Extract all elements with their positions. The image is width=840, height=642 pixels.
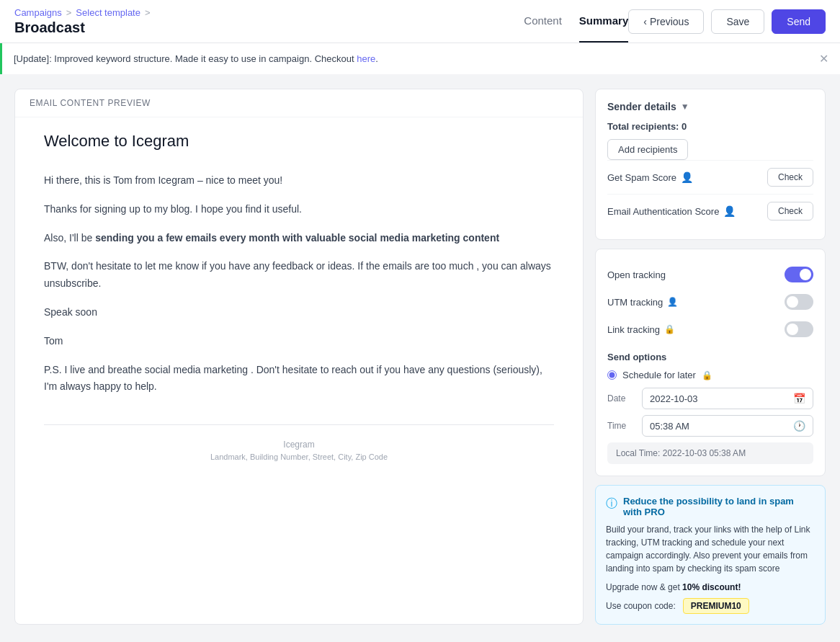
- email-footer-company: Icegram: [44, 440, 554, 450]
- email-preview-scroll[interactable]: Welcome to Icegram Hi there, this is Tom…: [15, 117, 583, 624]
- notification-close-button[interactable]: ✕: [819, 52, 828, 66]
- save-button[interactable]: Save: [711, 9, 764, 34]
- total-recipients-label: Total recipients:: [607, 121, 679, 132]
- coupon-label: Use coupon code:: [606, 601, 676, 611]
- header-actions: ‹ Previous Save Send: [628, 9, 826, 34]
- sender-details-label: Sender details: [607, 101, 676, 112]
- local-time-row: Local Time: 2022-10-03 05:38 AM: [607, 442, 813, 464]
- utm-tracking-row: UTM tracking 👤: [607, 288, 813, 316]
- pro-upsell-section: ⓘ Reduce the possibility to land in spam…: [595, 485, 826, 625]
- pro-upsell-body: Build your brand, track your links with …: [606, 523, 815, 575]
- header-tabs: Content Summary: [524, 0, 628, 43]
- date-value: 2022-10-03: [650, 393, 698, 404]
- time-input[interactable]: 05:38 AM 🕐: [642, 415, 813, 437]
- notification-prefix: [Update]: Improved keyword structure. Ma…: [14, 53, 354, 64]
- auth-score-label: Email Authentication Score 👤: [607, 205, 736, 217]
- schedule-radio[interactable]: [607, 370, 617, 380]
- date-row: Date 2022-10-03 📅: [607, 388, 813, 409]
- info-icon: ⓘ: [606, 496, 617, 512]
- time-row: Time 05:38 AM 🕐: [607, 415, 813, 437]
- breadcrumb-sep1: >: [66, 7, 72, 18]
- sender-details-section: Sender details ▼ Total recipients: 0 Add…: [595, 89, 826, 240]
- main-content: Email Content Preview Welcome to Icegram…: [0, 74, 840, 639]
- auth-score-icon: 👤: [723, 205, 736, 217]
- spam-score-label: Get Spam Score 👤: [607, 171, 693, 183]
- pro-upsell-header: ⓘ Reduce the possibility to land in spam…: [606, 496, 815, 517]
- email-para-7: P.S. I live and breathe social media mar…: [44, 362, 554, 396]
- previous-label: Previous: [650, 16, 689, 27]
- spam-score-icon: 👤: [681, 171, 693, 183]
- upgrade-text: Upgrade now & get: [606, 582, 680, 592]
- spam-score-check-button[interactable]: Check: [767, 168, 813, 187]
- link-lock-icon: 🔒: [664, 324, 675, 334]
- email-para-1: Hi there, this is Tom from Icegram – nic…: [44, 172, 554, 190]
- utm-tracking-toggle[interactable]: [785, 294, 813, 310]
- notification-link[interactable]: here: [357, 53, 375, 64]
- sidebar-panel: Sender details ▼ Total recipients: 0 Add…: [595, 89, 826, 625]
- tracking-section: Open tracking UTM tracking 👤: [595, 249, 826, 476]
- spam-score-row: Get Spam Score 👤 Check: [607, 160, 813, 194]
- email-para-3: Also, I'll be sending you a few emails e…: [44, 230, 554, 247]
- add-recipients-button[interactable]: Add recipients: [607, 139, 688, 160]
- time-label: Time: [607, 421, 636, 431]
- local-time-label: Local Time:: [616, 448, 660, 458]
- breadcrumb: Campaigns > Select template >: [14, 7, 524, 18]
- previous-button[interactable]: ‹ Previous: [628, 9, 704, 34]
- email-para-4: BTW, don't hesitate to let me know if yo…: [44, 258, 554, 293]
- email-footer-address: Landmark, Building Number, Street, City,…: [44, 452, 554, 461]
- breadcrumb-sep2: >: [145, 7, 151, 18]
- notification-text: [Update]: Improved keyword structure. Ma…: [14, 53, 378, 64]
- utm-lock-icon: 👤: [667, 297, 678, 307]
- send-options-label: Send options: [607, 352, 813, 362]
- send-button[interactable]: Send: [772, 9, 826, 34]
- header: Campaigns > Select template > Broadcast …: [0, 0, 840, 43]
- auth-score-check-button[interactable]: Check: [767, 202, 813, 220]
- open-tracking-text: Open tracking: [607, 269, 666, 280]
- link-tracking-toggle[interactable]: [785, 321, 813, 337]
- chevron-down-icon: ▼: [681, 102, 689, 112]
- pro-upsell-upgrade: Upgrade now & get 10% discount!: [606, 582, 815, 592]
- sender-details-header[interactable]: Sender details ▼: [607, 101, 813, 112]
- email-preview-label: Email Content Preview: [15, 89, 583, 117]
- date-input[interactable]: 2022-10-03 📅: [642, 388, 813, 409]
- clock-icon: 🕐: [793, 420, 805, 432]
- email-content: Welcome to Icegram Hi there, this is Tom…: [15, 117, 583, 490]
- coupon-row: Use coupon code: PREMIUM10: [606, 598, 815, 614]
- time-value: 05:38 AM: [650, 421, 689, 432]
- page-title: Broadcast: [14, 19, 524, 36]
- tab-content[interactable]: Content: [524, 0, 562, 43]
- schedule-option[interactable]: Schedule for later 🔒: [607, 370, 813, 380]
- chevron-left-icon: ‹: [643, 16, 647, 27]
- auth-score-row: Email Authentication Score 👤 Check: [607, 194, 813, 228]
- spam-score-text: Get Spam Score: [607, 172, 676, 183]
- tab-summary[interactable]: Summary: [579, 0, 628, 43]
- email-para-6: Tom: [44, 333, 554, 350]
- calendar-icon: 📅: [793, 393, 805, 404]
- breadcrumb-campaigns[interactable]: Campaigns: [14, 7, 62, 18]
- header-left: Campaigns > Select template > Broadcast: [14, 7, 524, 36]
- email-footer: Icegram Landmark, Building Number, Stree…: [44, 424, 554, 461]
- open-tracking-label: Open tracking: [607, 269, 666, 280]
- send-options: Send options Schedule for later 🔒 Date 2…: [607, 352, 813, 464]
- schedule-label: Schedule for later: [622, 370, 696, 380]
- local-time-value: 2022-10-03 05:38 AM: [663, 448, 746, 458]
- link-tracking-label: Link tracking 🔒: [607, 324, 675, 335]
- utm-tracking-text: UTM tracking: [607, 297, 663, 308]
- auth-score-text: Email Authentication Score: [607, 206, 719, 217]
- pro-upsell-title: Reduce the possibility to land in spam w…: [623, 496, 815, 517]
- open-tracking-toggle[interactable]: [785, 267, 813, 282]
- link-tracking-text: Link tracking: [607, 324, 660, 335]
- email-para-2: Thanks for signing up to my blog. I hope…: [44, 201, 554, 218]
- email-body: Hi there, this is Tom from Icegram – nic…: [44, 172, 554, 396]
- date-label: Date: [607, 393, 636, 404]
- email-subject: Welcome to Icegram: [44, 132, 554, 151]
- utm-tracking-label: UTM tracking 👤: [607, 297, 678, 308]
- breadcrumb-select-template[interactable]: Select template: [76, 7, 140, 18]
- total-recipients: Total recipients: 0: [607, 121, 813, 132]
- coupon-code: PREMIUM10: [683, 598, 749, 614]
- open-tracking-row: Open tracking: [607, 261, 813, 288]
- total-recipients-count: 0: [682, 121, 687, 132]
- email-preview-panel: Email Content Preview Welcome to Icegram…: [14, 89, 584, 625]
- discount-text: 10% discount!: [682, 582, 741, 592]
- schedule-lock-icon: 🔒: [702, 370, 712, 380]
